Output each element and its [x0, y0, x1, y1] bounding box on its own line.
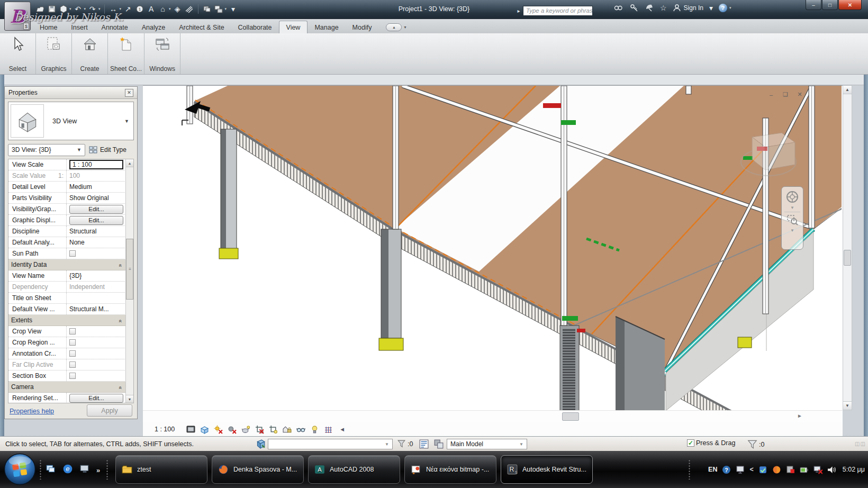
undo-dropdown-icon[interactable]: ▾ — [84, 7, 86, 11]
checkbox-icon[interactable] — [69, 373, 76, 379]
property-row-view-scale[interactable]: View Scale1 : 100 — [8, 159, 133, 170]
property-value[interactable]: Edit... — [67, 393, 133, 403]
collapse-chevron-icon[interactable]: « — [118, 264, 124, 266]
property-value[interactable] — [67, 248, 133, 259]
scroll-right-icon[interactable]: ► — [797, 413, 802, 419]
design-option-combo[interactable]: Main Model ▼ — [447, 439, 527, 449]
collapse-chevron-icon[interactable]: « — [118, 386, 124, 388]
property-row-sun-path[interactable]: Sun Path — [8, 248, 133, 259]
undo-icon[interactable]: ↶ — [73, 4, 83, 14]
edit-button[interactable]: Edit... — [69, 205, 123, 214]
view-restore-button[interactable]: ❏ — [781, 91, 790, 98]
editable-only-icon[interactable] — [419, 439, 429, 449]
tab-collaborate[interactable]: Collaborate — [231, 21, 279, 33]
section-icon[interactable]: ◈ — [173, 4, 183, 14]
crop-view-off-icon[interactable] — [255, 424, 265, 435]
signin-dropdown-icon[interactable]: ▾ — [709, 4, 713, 12]
scroll-up-icon[interactable]: ▲ — [126, 159, 133, 167]
battery-icon[interactable] — [800, 465, 809, 474]
ribbon-panel-sheet-co[interactable]: Sheet Co... — [108, 33, 144, 74]
taskbar-button-ztest[interactable]: ztest — [115, 455, 207, 484]
checkbox-icon[interactable] — [69, 362, 76, 368]
drawing-area[interactable]: –❏✕ ▼ ▼ — [143, 85, 843, 410]
zoom-region-icon[interactable] — [786, 214, 799, 227]
ribbon-panel-create[interactable]: Create — [72, 33, 108, 74]
edit-button[interactable]: Edit... — [69, 394, 123, 403]
model-canvas[interactable] — [143, 86, 843, 410]
scroll-left-icon[interactable]: ◄ — [337, 424, 347, 435]
taskbar-button-bitmap[interactable]: Νέα εικόνα bitmap -... — [404, 455, 496, 484]
property-value[interactable] — [67, 326, 133, 337]
view-scale-control[interactable]: 1 : 100 — [155, 426, 175, 433]
help-icon[interactable]: ? — [719, 4, 727, 12]
property-row-view-name[interactable]: View Name{3D} — [8, 270, 133, 282]
property-value[interactable]: Show Original — [67, 193, 133, 203]
show-desktop-icon[interactable] — [46, 464, 56, 476]
properties-header[interactable]: Properties ✕ — [5, 87, 137, 99]
checkbox-icon[interactable] — [69, 250, 76, 257]
property-value[interactable] — [67, 293, 133, 303]
taskbar-clock[interactable]: 5:02 μμ — [843, 466, 865, 473]
worksets-icon[interactable] — [58, 4, 68, 14]
show-crop-region-icon[interactable] — [268, 424, 278, 435]
collapse-chevron-icon[interactable]: « — [118, 319, 124, 321]
property-row-rendering-set[interactable]: Rendering Set...Edit... — [8, 393, 133, 403]
property-value[interactable]: 100 — [67, 170, 133, 181]
language-indicator[interactable]: EN — [708, 466, 717, 473]
maximize-button[interactable]: □ — [822, 0, 838, 10]
property-group-extents[interactable]: Extents« — [8, 315, 133, 326]
switch-windows-icon[interactable] — [214, 4, 224, 14]
selection-filter[interactable]: :0 — [747, 439, 764, 449]
tab-architect-site[interactable]: Architect & Site — [172, 21, 231, 33]
chevron-down-icon[interactable]: ▼ — [124, 119, 129, 124]
ribbon-collapse-button[interactable]: ▲ — [386, 23, 402, 31]
property-value[interactable]: Edit... — [67, 204, 133, 214]
search-go-icon[interactable]: ▸ — [514, 5, 523, 16]
resize-grip[interactable]: ◫◫ — [855, 441, 866, 447]
property-value[interactable] — [67, 359, 133, 370]
chevron-icon[interactable]: < — [749, 466, 753, 473]
view-minimize-button[interactable]: – — [766, 91, 776, 98]
tab-home[interactable]: Home — [33, 21, 64, 33]
properties-scrollbar[interactable]: ▲ ≡ ▼ — [125, 159, 133, 403]
start-button[interactable] — [3, 453, 37, 486]
property-row-crop-view[interactable]: Crop View — [8, 326, 133, 337]
property-row-dependency[interactable]: DependencyIndependent — [8, 282, 133, 293]
property-row-graphic-displ[interactable]: Graphic Displ...Edit... — [8, 215, 133, 226]
chevron-down-icon[interactable]: ▼ — [790, 228, 794, 233]
text-icon[interactable]: A — [146, 4, 156, 14]
checkbox-checked-icon[interactable]: ✓ — [687, 439, 694, 447]
help-icon[interactable]: ?▾ — [719, 4, 731, 12]
checkbox-icon[interactable] — [69, 350, 76, 357]
taskbar-button-autocad-2008[interactable]: AAutoCAD 2008 — [308, 455, 400, 484]
steering-wheel-icon[interactable] — [785, 190, 799, 204]
property-row-discipline[interactable]: DisciplineStructural — [8, 226, 133, 237]
help-icon[interactable]: ? — [722, 465, 731, 474]
thin-lines-icon[interactable] — [184, 4, 194, 14]
close-icon[interactable]: ✕ — [125, 89, 133, 97]
edit-button[interactable]: Edit... — [69, 216, 123, 225]
tab-analyze[interactable]: Analyze — [135, 21, 172, 33]
scroll-down-icon[interactable]: ▼ — [126, 395, 133, 403]
property-row-section-box[interactable]: Section Box — [8, 370, 133, 382]
model-graphics-style-icon[interactable] — [186, 424, 196, 435]
property-value[interactable]: {3D} — [67, 270, 133, 281]
view-instance-combo[interactable]: 3D View: {3D} ▼ — [8, 144, 85, 156]
close-button[interactable]: ✕ — [838, 0, 862, 10]
worksets-icon[interactable] — [255, 439, 266, 451]
search-icon[interactable] — [613, 4, 623, 12]
checkbox-icon[interactable] — [69, 328, 76, 335]
property-row-default-view[interactable]: Default View ...Structural M... — [8, 304, 133, 315]
view-close-button[interactable]: ✕ — [795, 91, 804, 98]
search-input[interactable]: Type a keyword or phrase — [523, 6, 593, 16]
property-value[interactable]: Independent — [67, 282, 133, 292]
tag-icon[interactable]: 1 — [134, 4, 144, 14]
editable-only-filter[interactable]: :0 — [397, 439, 413, 448]
sign-in-icon[interactable]: Sign In — [673, 4, 703, 12]
ribbon-panel-select[interactable]: Select — [0, 33, 36, 74]
updates-icon[interactable] — [758, 465, 767, 474]
switch-windows-dropdown-icon[interactable]: ▾ — [225, 7, 227, 11]
property-row-detail-level[interactable]: Detail LevelMedium — [8, 182, 133, 193]
vertical-scrollbar[interactable]: ▲ ▼ — [843, 85, 852, 410]
property-row-crop-region[interactable]: Crop Region ... — [8, 337, 133, 348]
